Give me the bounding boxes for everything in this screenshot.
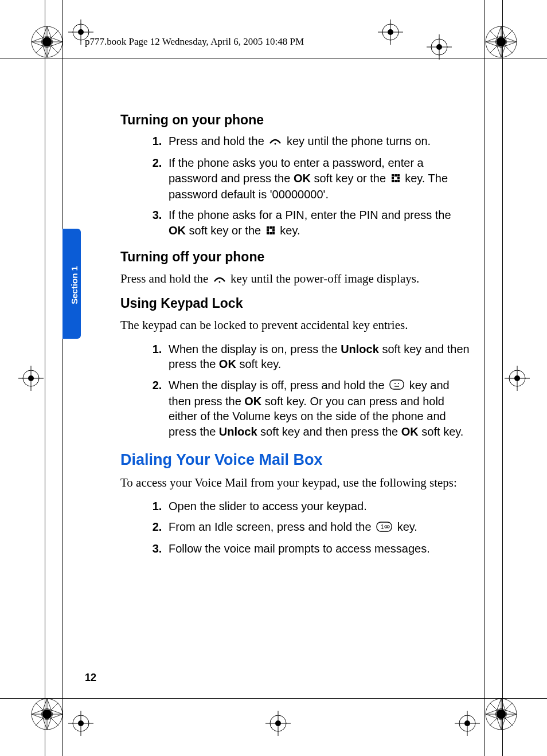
menu-grid-key-icon [266, 224, 275, 239]
svg-rect-102 [267, 232, 269, 234]
keypad-lock-steps: When the display is on, press the Unlock… [120, 342, 470, 440]
paragraph-keypad-lock: The keypad can be locked to prevent acci… [120, 317, 470, 333]
svg-point-105 [218, 281, 220, 283]
crop-line-right-outer [502, 0, 503, 756]
svg-rect-92 [392, 177, 394, 179]
svg-rect-91 [397, 174, 400, 177]
heading-turning-off: Turning off your phone [120, 249, 470, 265]
list-item: Open the slider to access your keypad. [165, 499, 470, 514]
svg-rect-89 [392, 174, 394, 177]
soft-key-icon [389, 378, 404, 394]
voice-mail-steps: Open the slider to access your keypad. F… [120, 499, 470, 557]
turning-on-steps: Press and hold the key until the phone t… [120, 134, 470, 239]
registration-starburst-top-right [485, 26, 517, 58]
section-tab-label: Section 1 [69, 266, 79, 304]
svg-point-88 [275, 143, 276, 145]
crop-line-right-inner [484, 0, 485, 756]
registration-starburst-top-left [31, 26, 63, 58]
registration-crosshair-icon [68, 711, 93, 736]
page-container: p777.book Page 12 Wednesday, April 6, 20… [0, 0, 547, 756]
svg-rect-106 [390, 380, 404, 389]
paragraph-turning-off: Press and hold the key until the power-o… [120, 271, 470, 288]
registration-crosshair-icon [378, 19, 403, 45]
page-number: 12 [85, 672, 96, 684]
menu-grid-key-icon [391, 171, 400, 187]
registration-crosshair-icon [455, 711, 480, 736]
svg-rect-94 [392, 180, 394, 182]
registration-crosshair-icon [265, 711, 291, 736]
svg-rect-95 [394, 180, 397, 182]
paragraph-voice-mail: To access your Voice Mail from your keyp… [120, 475, 470, 491]
list-item: Follow the voice mail prompts to access … [165, 541, 470, 557]
list-item: If the phone asks you to enter a passwor… [165, 155, 470, 202]
heading-turning-on: Turning on your phone [120, 112, 470, 128]
heading-voice-mail: Dialing Your Voice Mail Box [120, 451, 470, 469]
svg-text:1: 1 [381, 524, 384, 530]
svg-rect-93 [397, 177, 400, 179]
svg-rect-90 [394, 174, 397, 177]
list-item: Press and hold the key until the phone t… [165, 134, 470, 150]
svg-rect-104 [272, 232, 275, 234]
crop-line-top [0, 58, 547, 58]
svg-rect-100 [267, 229, 269, 232]
list-item: From an Idle screen, press and hold the … [165, 519, 470, 535]
registration-starburst-bottom-left [31, 698, 63, 730]
svg-rect-103 [269, 232, 272, 234]
svg-rect-101 [272, 229, 275, 232]
header-stamp: p777.book Page 12 Wednesday, April 6, 20… [85, 36, 304, 48]
svg-rect-97 [267, 226, 269, 229]
heading-keypad-lock: Using Keypad Lock [120, 296, 470, 311]
list-item: When the display is on, press the Unlock… [165, 342, 470, 372]
registration-crosshair-icon [505, 366, 530, 391]
section-tab: Section 1 [62, 229, 81, 339]
end-call-key-icon [269, 134, 282, 150]
registration-crosshair-icon [427, 34, 452, 60]
svg-point-108 [398, 383, 399, 384]
end-call-key-icon [213, 272, 226, 288]
svg-rect-98 [269, 226, 272, 229]
svg-point-107 [394, 383, 396, 384]
list-item: If the phone asks for a PIN, enter the P… [165, 207, 470, 239]
crop-line-left-outer [45, 0, 45, 756]
crop-line-left-inner [62, 0, 63, 756]
registration-starburst-bottom-right [485, 698, 517, 730]
svg-rect-96 [397, 180, 400, 182]
one-key-icon: 1 [376, 520, 392, 536]
list-item: When the display is off, press and hold … [165, 378, 470, 440]
crop-line-bottom [0, 698, 547, 699]
content-area: Turning on your phone Press and hold the… [120, 112, 470, 567]
registration-crosshair-icon [18, 366, 44, 391]
svg-rect-99 [272, 226, 275, 229]
